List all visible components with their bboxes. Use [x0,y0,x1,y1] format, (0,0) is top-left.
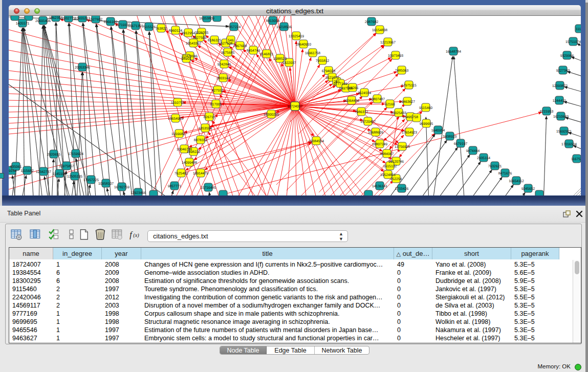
svg-text:15692971: 15692971 [556,130,572,134]
svg-text:1244415: 1244415 [553,99,567,103]
svg-text:16210643: 16210643 [553,115,569,119]
svg-text:12505135: 12505135 [67,175,82,179]
svg-text:16648784: 16648784 [446,50,461,54]
svg-text:39154: 39154 [9,169,17,173]
svg-text:826715: 826715 [204,116,215,119]
svg-text:16154838: 16154838 [372,29,387,32]
svg-text:252254: 252254 [390,178,402,181]
svg-text:10671355: 10671355 [128,25,143,28]
svg-text:2935114: 2935114 [477,157,490,160]
svg-text:1498222: 1498222 [187,150,201,154]
svg-text:10807487: 10807487 [369,98,385,101]
svg-text:1640954: 1640954 [431,129,445,133]
svg-text:17957225: 17957225 [83,179,99,182]
svg-text:10655267: 10655267 [75,17,90,20]
svg-text:763822: 763822 [156,27,167,31]
svg-text:12093872: 12093872 [552,84,568,88]
svg-text:10688609: 10688609 [368,131,383,135]
svg-text:835061: 835061 [10,165,22,169]
svg-text:1010755: 1010755 [171,101,185,105]
svg-text:13756928: 13756928 [395,145,410,149]
svg-text:10654112: 10654112 [509,180,524,183]
svg-text:16782759: 16782759 [114,186,129,189]
svg-text:98901: 98901 [182,57,191,61]
svg-text:18640910: 18640910 [296,43,311,47]
svg-text:20364436: 20364436 [344,99,359,103]
svg-text:9084067: 9084067 [380,152,394,156]
svg-text:14099488: 14099488 [182,161,197,165]
svg-text:427552: 427552 [212,89,224,93]
svg-text:12923466: 12923466 [130,191,146,195]
svg-text:18300295: 18300295 [264,113,279,117]
svg-text:3226055: 3226055 [195,31,209,35]
svg-text:19524851: 19524851 [380,173,396,177]
svg-text:9857771: 9857771 [168,185,182,188]
svg-text:17159924: 17159924 [68,152,83,156]
svg-text:6794028: 6794028 [322,70,336,73]
svg-text:8454749: 8454749 [247,49,260,53]
svg-text:7485063: 7485063 [395,69,409,73]
svg-text:1621072: 1621072 [325,76,339,80]
svg-text:19218506: 19218506 [276,26,292,29]
svg-text:8813054: 8813054 [266,19,280,23]
svg-text:1588520: 1588520 [273,57,287,61]
svg-text:15720407: 15720407 [360,120,376,124]
svg-text:13325419: 13325419 [289,35,304,38]
svg-text:2020655: 2020655 [47,153,61,157]
svg-text:19166827: 19166827 [171,133,187,136]
svg-text:1527602: 1527602 [89,18,103,21]
svg-text:19463627: 19463627 [400,100,415,104]
svg-text:15716485: 15716485 [201,186,216,190]
svg-text:8878332: 8878332 [194,139,208,142]
svg-text:3624554: 3624554 [358,92,372,95]
svg-text:1112: 1112 [576,28,581,31]
svg-text:8960124: 8960124 [169,29,183,33]
svg-text:817005: 817005 [210,103,222,106]
svg-text:3675685: 3675685 [221,51,235,55]
svg-text:9862358: 9862358 [49,16,63,20]
svg-text:7625402: 7625402 [175,172,188,176]
svg-text:19654985: 19654985 [168,117,183,121]
svg-text:7632621: 7632621 [488,165,502,168]
svg-text:1353594: 1353594 [199,127,212,130]
svg-text:9242845: 9242845 [217,63,231,67]
svg-text:1405571: 1405571 [16,22,30,26]
svg-text:9146821: 9146821 [260,53,274,56]
svg-text:2087682: 2087682 [365,20,379,24]
svg-text:18807249: 18807249 [372,143,387,146]
svg-text:2803144: 2803144 [216,77,230,80]
svg-text:1115682: 1115682 [20,169,34,173]
svg-text:5322037: 5322037 [282,61,296,65]
svg-text:10025433: 10025433 [391,112,406,115]
svg-text:10973493: 10973493 [388,54,403,58]
svg-text:746266: 746266 [347,86,359,90]
svg-text:546: 546 [228,39,234,42]
svg-text:7515526: 7515526 [142,26,156,29]
svg-text:15495758: 15495758 [403,116,418,119]
svg-text:8471676: 8471676 [498,172,512,176]
svg-text:9474444: 9474444 [466,149,480,153]
svg-text:20053346: 20053346 [75,66,90,70]
svg-text:10975857: 10975857 [59,165,74,168]
svg-text:1145194: 1145194 [53,172,66,176]
svg-text:20691406: 20691406 [35,19,51,23]
svg-text:9527508: 9527508 [219,42,233,46]
svg-text:9327506: 9327506 [193,36,207,40]
svg-text:9329966: 9329966 [560,54,574,58]
svg-text:9245652: 9245652 [521,187,535,191]
svg-text:16961758: 16961758 [305,52,320,55]
svg-text:1615132: 1615132 [383,165,397,168]
svg-text:7986372: 7986372 [355,111,368,114]
svg-text:7955812: 7955812 [316,59,330,63]
svg-text:16053809: 16053809 [199,17,214,20]
svg-text:2932779: 2932779 [62,17,76,20]
svg-text:17016504: 17016504 [561,143,577,146]
svg-text:12213967: 12213967 [380,41,396,45]
svg-text:9777169: 9777169 [334,82,347,86]
svg-text:17654923: 17654923 [402,131,417,135]
svg-text:10543362: 10543362 [186,42,201,46]
svg-text:19384554: 19384554 [309,140,324,143]
svg-text:16914479: 16914479 [193,172,208,176]
svg-text:62160: 62160 [385,103,395,106]
svg-text:7857224: 7857224 [227,26,241,29]
